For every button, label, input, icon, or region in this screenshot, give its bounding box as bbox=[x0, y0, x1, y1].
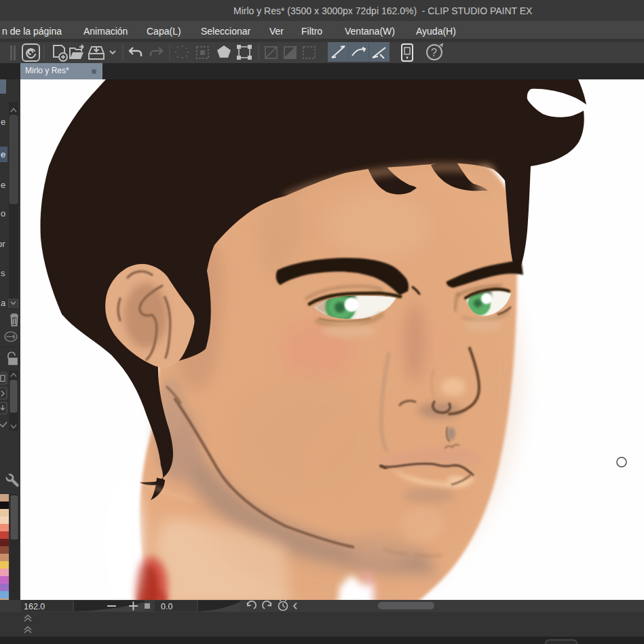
svg-text:a: a bbox=[1, 298, 6, 308]
svg-text:e: e bbox=[1, 149, 5, 159]
svg-text:or: or bbox=[0, 239, 5, 249]
svg-text:162.0: 162.0 bbox=[24, 602, 45, 611]
svg-text:e: e bbox=[1, 117, 5, 127]
svg-text:o: o bbox=[1, 208, 5, 219]
svg-text:0.0: 0.0 bbox=[161, 602, 172, 611]
svg-text:s: s bbox=[1, 268, 5, 278]
svg-text:e: e bbox=[1, 180, 5, 190]
svg-text:?: ? bbox=[431, 47, 437, 58]
